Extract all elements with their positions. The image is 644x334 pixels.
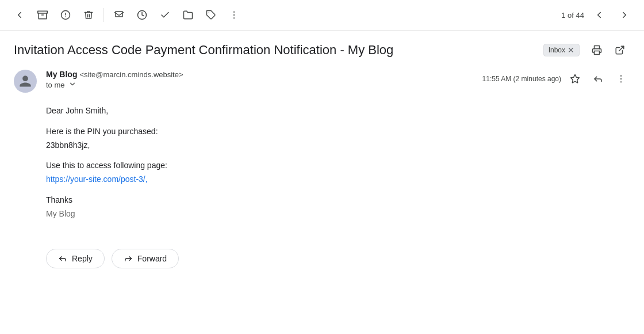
svg-point-7 [233, 12, 235, 13]
email-pin-intro: Here is the PIN you purchased: [46, 127, 158, 136]
snooze-button[interactable] [132, 5, 152, 25]
sender-email: <site@marcin.cminds.website> [79, 70, 183, 79]
forward-button[interactable]: Forward [112, 249, 179, 268]
sender-row: My Blog <site@marcin.cminds.website> to … [14, 65, 630, 97]
mark-done-button[interactable] [155, 5, 175, 25]
more-message-button[interactable] [612, 70, 630, 88]
svg-point-13 [620, 75, 622, 77]
sender-meta: 11:55 AM (2 minutes ago) [482, 70, 630, 88]
sender-info: My Blog <site@marcin.cminds.website> to … [46, 70, 482, 90]
sender-name-row: My Blog <site@marcin.cminds.website> [46, 70, 482, 79]
email-subject: Invitation Access Code Payment Confirmat… [14, 43, 536, 58]
email-subject-row: Invitation Access Code Payment Confirmat… [0, 31, 644, 65]
email-pin-code: 23bbn8h3jz, [46, 141, 90, 150]
email-header-icons [586, 40, 630, 60]
open-in-new-button[interactable] [610, 40, 630, 60]
next-email-button[interactable] [614, 5, 635, 25]
to-me-row: to me [46, 80, 482, 90]
email-thanks: Thanks My Blog [46, 193, 630, 221]
svg-line-11 [619, 46, 624, 51]
sender-avatar [14, 70, 37, 93]
svg-point-14 [620, 78, 622, 79]
label-button[interactable] [201, 5, 221, 25]
prev-email-button[interactable] [589, 5, 610, 25]
email-access-section: Use this to access following page: https… [46, 159, 630, 187]
svg-point-15 [620, 81, 622, 82]
email-toolbar: 1 of 44 [0, 0, 644, 31]
inbox-badge: Inbox ✕ [543, 44, 580, 56]
to-me-chevron-button[interactable] [67, 80, 78, 90]
svg-point-8 [233, 14, 235, 16]
spam-button[interactable] [55, 5, 76, 25]
email-access-intro: Use this to access following page: [46, 161, 167, 170]
reply-button[interactable]: Reply [46, 249, 105, 268]
inbox-label: Inbox [549, 46, 565, 54]
pagination-text: 1 of 44 [561, 11, 584, 20]
mark-unread-button[interactable] [109, 5, 129, 25]
reply-button-label: Reply [72, 254, 93, 263]
more-toolbar-button[interactable] [224, 5, 244, 25]
move-button[interactable] [178, 5, 198, 25]
email-greeting: Dear John Smith, [46, 104, 630, 118]
delete-button[interactable] [78, 5, 99, 25]
email-pin-section: Here is the PIN you purchased: 23bbn8h3j… [46, 125, 630, 153]
email-container: My Blog <site@marcin.cminds.website> to … [0, 65, 644, 282]
archive-button[interactable] [32, 5, 53, 25]
forward-button-label: Forward [137, 254, 167, 263]
svg-rect-0 [38, 11, 48, 13]
svg-rect-10 [595, 51, 600, 55]
reply-header-button[interactable] [589, 70, 607, 88]
email-blog-name: My Blog [46, 209, 75, 218]
email-access-link[interactable]: https://your-site.com/post-3/, [46, 174, 148, 184]
star-button[interactable] [566, 70, 584, 88]
inbox-badge-close[interactable]: ✕ [568, 45, 574, 55]
sender-name: My Blog [46, 70, 77, 79]
send-time: 11:55 AM (2 minutes ago) [482, 75, 561, 83]
action-row: Reply Forward [14, 235, 630, 282]
toolbar-divider [103, 8, 104, 22]
to-me-label: to me [46, 81, 65, 89]
svg-marker-12 [571, 75, 580, 83]
email-body: Dear John Smith, Here is the PIN you pur… [14, 97, 630, 235]
back-button[interactable] [9, 5, 30, 25]
print-button[interactable] [586, 40, 607, 60]
svg-point-9 [233, 17, 235, 18]
email-pagination: 1 of 44 [561, 5, 635, 25]
